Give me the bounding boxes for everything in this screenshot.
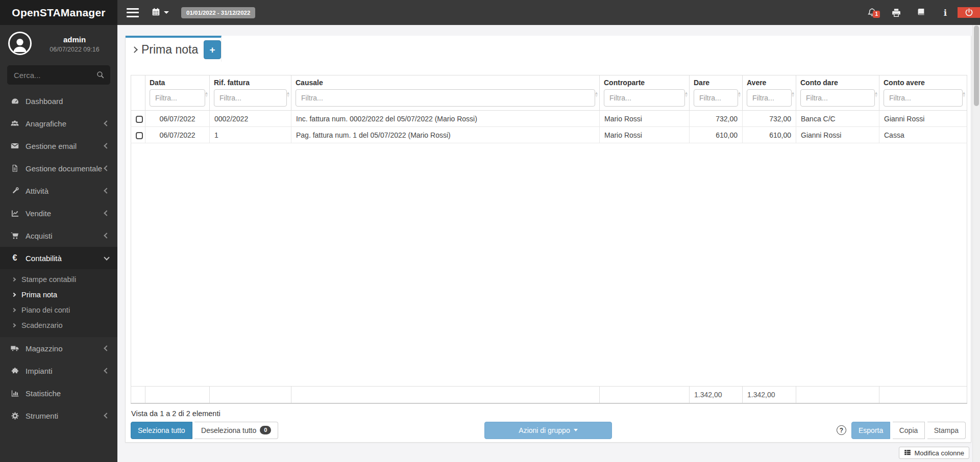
add-record-button[interactable]: + [204, 40, 221, 59]
gauge-icon [9, 97, 20, 106]
filter-input-dare[interactable] [694, 89, 738, 107]
app-logo[interactable]: OpenSTAManager [0, 0, 117, 25]
filter-input-conto-avere[interactable] [884, 89, 963, 107]
column-header-dare[interactable]: Dare [690, 75, 743, 111]
docs-button[interactable] [909, 7, 933, 18]
info-button[interactable] [933, 7, 958, 18]
sidebar-item-gestione-documentale[interactable]: Gestione documentale [0, 157, 117, 179]
filter-input-causale[interactable] [296, 89, 595, 107]
column-header-data[interactable]: Data [145, 75, 210, 111]
filter-input-data[interactable] [150, 89, 205, 107]
users-icon [9, 119, 20, 128]
logout-button[interactable] [958, 7, 980, 18]
export-button[interactable]: Esporta [851, 422, 890, 439]
sidebar-item-anagrafiche[interactable]: Anagrafiche [0, 112, 117, 135]
page-title: Prima nota [141, 43, 198, 57]
print-table-button[interactable]: Stampa [927, 422, 966, 439]
sidebar-item-contabilita[interactable]: Contabilità [0, 247, 117, 269]
chevron-left-icon [104, 120, 109, 126]
sidebar-item-magazzino[interactable]: Magazzino [0, 337, 117, 360]
truck-icon [9, 344, 20, 353]
sidebar-toggle-button[interactable] [127, 8, 139, 17]
sort-icon [792, 91, 794, 97]
column-header-rif-fattura[interactable]: Rif. fattura [210, 75, 291, 111]
sidebar-item-attivita[interactable]: Attività [0, 179, 117, 202]
selected-count-badge: 0 [260, 426, 271, 434]
scrollbar-thumb[interactable] [974, 25, 979, 106]
calendar-icon [151, 7, 161, 18]
chevron-left-icon [104, 188, 109, 193]
user-panel: admin 06/07/2022 09:16 [0, 25, 117, 60]
filter-input-rif-fattura[interactable] [214, 89, 287, 107]
search-icon[interactable] [96, 70, 105, 81]
totals-row: 1.342,00 1.342,00 [131, 387, 967, 403]
records-table-wrap: Data Rif. fattura Causale Controparte Da… [131, 75, 966, 404]
print-button[interactable] [884, 7, 909, 18]
chevron-left-icon [104, 413, 109, 418]
chevron-right-icon [12, 308, 16, 312]
avatar [8, 32, 32, 55]
sidebar-subitem-stampe-contabili[interactable]: Stampe contabili [0, 272, 117, 287]
date-range-badge[interactable]: 01/01/2022 - 31/12/2022 [181, 7, 255, 18]
chevron-down-icon [104, 254, 109, 260]
file-icon [9, 164, 20, 172]
content-card: Prima nota + Data Rif. fattur [125, 36, 971, 443]
column-header-avere[interactable]: Avere [743, 75, 796, 111]
chevron-right-icon [12, 277, 16, 281]
search-input[interactable] [7, 65, 110, 85]
actions-row: Seleziona tutto Deseleziona tutto0 Azion… [131, 422, 966, 439]
sidebar-item-dashboard[interactable]: Dashboard [0, 90, 117, 112]
sort-icon [685, 91, 688, 97]
main-content: Prima nota + Data Rif. fattur [117, 25, 980, 462]
row-checkbox[interactable] [136, 132, 143, 139]
column-header-controparte[interactable]: Controparte [600, 75, 690, 111]
caret-down-icon [574, 429, 578, 431]
chart-line-icon [9, 209, 20, 218]
filter-input-controparte[interactable] [604, 89, 685, 107]
notifications-button[interactable]: 1 [860, 7, 884, 18]
filter-input-avere[interactable] [747, 89, 792, 107]
sidebar-subitem-piano-dei-conti[interactable]: Piano dei conti [0, 302, 117, 318]
period-picker-button[interactable] [151, 7, 169, 18]
select-all-button[interactable]: Seleziona tutto [131, 422, 192, 439]
table-row[interactable]: 06/07/2022 1 Pag. fattura num. 1 del 05/… [131, 127, 967, 143]
filter-input-conto-dare[interactable] [800, 89, 875, 107]
sidebar-group-contabilita: Contabilità Stampe contabili Prima nota … [0, 247, 117, 337]
tab-row: Prima nota + [126, 36, 971, 62]
copy-button[interactable]: Copia [893, 422, 925, 439]
table-row[interactable]: 06/07/2022 0002/2022 Inc. fattura num. 0… [131, 111, 967, 127]
sidebar-item-vendite[interactable]: Vendite [0, 202, 117, 224]
row-checkbox[interactable] [136, 116, 143, 123]
chevron-left-icon [104, 233, 109, 238]
group-actions-button[interactable]: Azioni di gruppo [484, 422, 612, 439]
column-header-causale[interactable]: Causale [291, 75, 600, 111]
table-empty-space [131, 143, 967, 387]
puzzle-icon [9, 367, 20, 375]
column-header-conto-avere[interactable]: Conto avere [879, 75, 967, 111]
sidebar-nav: Dashboard Anagrafiche Gestione email Ges… [0, 90, 117, 427]
column-header-conto-dare[interactable]: Conto dare [796, 75, 879, 111]
deselect-all-button[interactable]: Deseleziona tutto0 [194, 422, 278, 439]
help-icon[interactable] [837, 425, 846, 435]
sidebar-item-gestione-email[interactable]: Gestione email [0, 135, 117, 157]
total-dare: 1.342,00 [690, 387, 743, 403]
tab-prima-nota[interactable]: Prima nota + [126, 36, 222, 62]
sort-icon [205, 91, 208, 97]
edit-columns-button[interactable]: Modifica colonne [899, 447, 969, 459]
table-info-text: Vista da 1 a 2 di 2 elementi [131, 409, 966, 418]
records-table: Data Rif. fattura Causale Controparte Da… [131, 75, 967, 404]
sidebar-item-strumenti[interactable]: Strumenti [0, 404, 117, 427]
sidebar-item-acquisti[interactable]: Acquisti [0, 224, 117, 247]
sidebar-subitem-prima-nota[interactable]: Prima nota [0, 287, 117, 302]
sidebar-item-statistiche[interactable]: Statistiche [0, 382, 117, 404]
columns-list-icon [904, 449, 911, 457]
sidebar-subitem-scadenzario[interactable]: Scadenzario [0, 318, 117, 333]
topbar-right: 1 [860, 7, 980, 18]
contabilita-submenu: Stampe contabili Prima nota Piano dei co… [0, 269, 117, 337]
sort-icon [738, 91, 741, 97]
sidebar-item-impianti[interactable]: Impianti [0, 360, 117, 382]
chevron-left-icon [104, 368, 109, 373]
cart-icon [9, 231, 20, 240]
topbar: OpenSTAManager 01/01/2022 - 31/12/2022 1 [0, 0, 980, 25]
chevron-left-icon [104, 165, 109, 171]
